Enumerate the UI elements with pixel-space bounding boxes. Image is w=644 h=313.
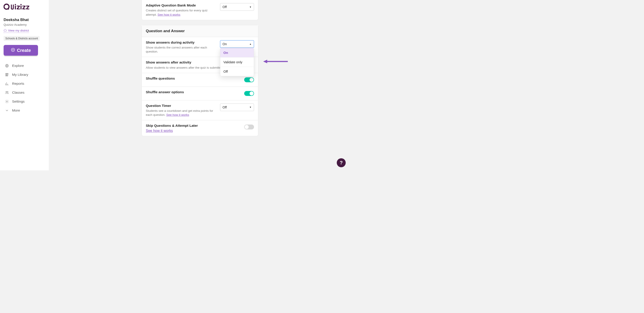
sidebar-item-explore[interactable]: Explore [4, 62, 45, 70]
svg-point-3 [15, 4, 16, 5]
sidebar-item-label: Reports [12, 82, 24, 86]
svg-point-1 [8, 8, 9, 10]
dropdown-option-off[interactable]: Off [220, 66, 254, 76]
sidebar-nav: Explore My Library Reports Classes Setti… [4, 62, 45, 115]
question-mark-icon: ? [340, 160, 342, 166]
select-value: Off [222, 5, 227, 9]
see-how-it-works-link[interactable]: See how it works [166, 113, 189, 116]
row-title: Shuffle questions [146, 76, 240, 81]
account-type-badge: Schools & Districts account [4, 36, 40, 41]
books-icon [5, 73, 9, 77]
show-answers-during-select[interactable]: On ▲ [220, 40, 254, 48]
svg-point-10 [6, 92, 7, 92]
plus-circle-icon [11, 48, 15, 53]
sidebar-item-label: More [12, 108, 20, 112]
user-name: Deeksha Bhat [4, 18, 45, 22]
svg-point-11 [7, 92, 8, 92]
gear-icon [5, 100, 9, 104]
shuffle-answers-toggle[interactable] [244, 91, 254, 96]
annotation-arrow-icon [263, 59, 288, 64]
view-district-link[interactable]: View my district [4, 28, 29, 33]
row-title: Adaptive Question Bank Mode [146, 3, 216, 8]
row-title: Skip Questions & Attempt Later [146, 124, 240, 128]
row-shuffle-answer-options: Shuffle answer options [142, 86, 258, 100]
svg-rect-2 [15, 6, 16, 10]
row-desc: Students see a countdown and get extra p… [146, 109, 216, 117]
card-question-and-answer: Question and Answer Show answers during … [142, 25, 258, 136]
user-subtitle: Quizizz Academy [4, 23, 45, 26]
sidebar-item-classes[interactable]: Classes [4, 88, 45, 97]
section-title: Question and Answer [142, 25, 258, 37]
sidebar-item-label: Settings [12, 100, 24, 104]
caret-up-icon: ▲ [249, 43, 252, 45]
help-button[interactable]: ? [337, 158, 346, 167]
quizizz-logo-svg [4, 3, 35, 10]
show-answers-during-dropdown: On Validate only Off [220, 48, 254, 76]
settings-panel: improve accuracy. Adaptive Question Bank… [142, 0, 258, 141]
chevron-down-icon [5, 108, 9, 112]
svg-point-5 [20, 4, 22, 5]
card-mastery: improve accuracy. Adaptive Question Bank… [142, 0, 258, 20]
see-how-it-works-link[interactable]: See how it works [146, 129, 173, 132]
row-title: Show answers during activity [146, 40, 216, 45]
quizizz-logo [4, 3, 45, 12]
caret-down-icon: ▼ [249, 106, 252, 108]
sidebar-item-reports[interactable]: Reports [4, 79, 45, 88]
svg-rect-8 [6, 73, 6, 76]
dropdown-option-validate-only[interactable]: Validate only [220, 57, 254, 66]
view-district-label: View my district [8, 29, 29, 32]
globe-icon [5, 64, 9, 68]
svg-point-12 [6, 101, 8, 102]
row-adaptive-bank: Adaptive Question Bank Mode Creates dist… [142, 0, 258, 20]
dropdown-option-on[interactable]: On [220, 48, 254, 57]
row-title: Question Timer [146, 104, 216, 108]
adaptive-bank-select[interactable]: Off ▼ [220, 3, 254, 11]
create-button[interactable]: Create [4, 45, 38, 56]
select-value: On [222, 42, 227, 46]
sidebar-item-library[interactable]: My Library [4, 70, 45, 79]
create-button-label: Create [17, 48, 31, 53]
main-content: improve accuracy. Adaptive Question Bank… [49, 0, 349, 170]
sidebar-item-label: Classes [12, 90, 24, 94]
question-timer-select[interactable]: Off ▼ [220, 104, 254, 111]
svg-marker-14 [263, 60, 267, 63]
school-icon [4, 28, 7, 32]
row-title: Shuffle answer options [146, 90, 240, 94]
sidebar-item-more[interactable]: More [4, 106, 45, 115]
sidebar-item-label: My Library [12, 73, 28, 77]
people-icon [5, 90, 9, 94]
select-value: Off [222, 106, 227, 109]
shuffle-questions-toggle[interactable] [244, 77, 254, 82]
see-how-it-works-link[interactable]: See how it works [158, 13, 180, 16]
row-desc: Show students the correct answers after … [146, 46, 216, 54]
sidebar-item-settings[interactable]: Settings [4, 97, 45, 106]
sidebar-item-label: Explore [12, 64, 24, 68]
chart-icon [5, 82, 9, 86]
row-question-timer: Question Timer Students see a countdown … [142, 100, 258, 120]
svg-rect-4 [20, 6, 22, 10]
row-desc: Creates distinct set of questions for ev… [146, 8, 216, 16]
caret-down-icon: ▼ [249, 6, 252, 8]
sidebar: Deeksha Bhat Quizizz Academy View my dis… [0, 0, 49, 170]
row-skip-questions: Skip Questions & Attempt Later See how i… [142, 120, 258, 136]
row-show-answers-during: Show answers during activity Show studen… [142, 37, 258, 57]
skip-questions-toggle[interactable] [244, 124, 254, 130]
